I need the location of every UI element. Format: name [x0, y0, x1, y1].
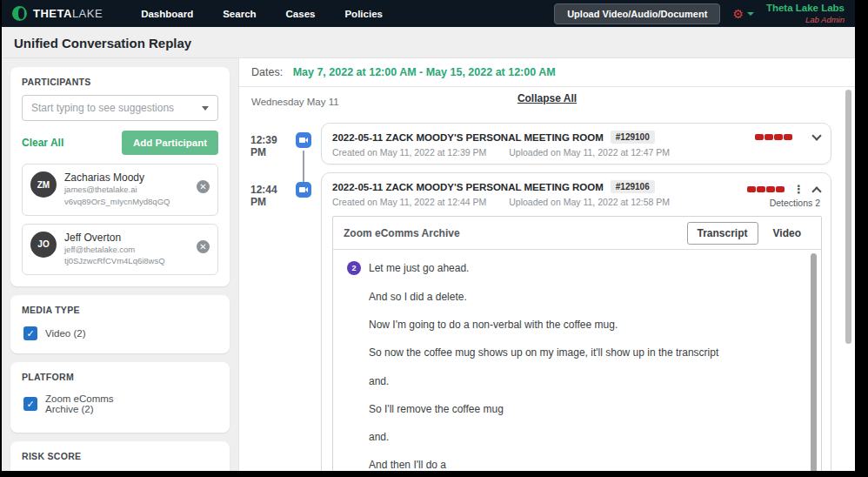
participant-details: Jeff Overton jeff@thetalake.com tj0SJzwc… — [64, 232, 165, 268]
entry-head-right: ⋮ Detections 2 — [747, 180, 820, 208]
entry-id-badge: #129106 — [611, 180, 655, 193]
account-role: Lab Admin — [766, 15, 845, 24]
upload-button[interactable]: Upload Video/Audio/Document — [554, 3, 720, 24]
risk-meter — [755, 134, 792, 140]
conversation-card-header[interactable]: 2022-05-11 ZACK MOODY'S PERSONAL MEETING… — [322, 173, 831, 214]
participant-email: jeff@thetalake.com — [64, 244, 165, 256]
participant-search-placeholder: Start typing to see suggestions — [31, 102, 174, 114]
chevron-down-icon[interactable] — [811, 131, 821, 140]
risk-segment — [757, 186, 765, 192]
media-type-title: MEDIA TYPE — [22, 305, 218, 315]
transcript-text: And then I'll do a — [369, 460, 446, 471]
results-main: Dates: May 7, 2022 at 12:00 AM - May 15,… — [238, 58, 855, 471]
brand-logo[interactable]: THETALAKE — [12, 6, 103, 21]
participants-title: PARTICIPANTS — [22, 77, 218, 87]
transcript-scrollbar[interactable] — [811, 253, 817, 471]
replay-panel: Zoom eComms Archive Transcript Video 2Le… — [332, 216, 822, 471]
participants-card: PARTICIPANTS Start typing to see suggest… — [10, 67, 230, 286]
main-scrollbar[interactable] — [845, 90, 851, 344]
conversation-card-header[interactable]: 2022-05-11 ZACK MOODY'S PERSONAL MEETING… — [322, 124, 831, 164]
page-header: Unified Conversation Replay — [2, 27, 855, 58]
conversation-card: 2022-05-11 ZACK MOODY'S PERSONAL MEETING… — [321, 123, 831, 165]
transcript-line: and. — [347, 432, 795, 443]
tab-transcript[interactable]: Transcript — [687, 222, 758, 245]
transcript-line: and. — [347, 376, 795, 387]
gear-icon: ⚙ — [732, 8, 744, 20]
participant-search-input[interactable]: Start typing to see suggestions — [22, 95, 218, 121]
participant-actions: Clear All Add Participant — [22, 131, 218, 155]
filter-option: ✓ Video (2) — [22, 323, 218, 344]
conversation-card: 2022-05-11 ZACK MOODY'S PERSONAL MEETING… — [321, 172, 831, 471]
app-window: THETALAKE Dashboard Search Cases Policie… — [2, 0, 855, 471]
account-info[interactable]: Theta Lake Labs Lab Admin — [766, 3, 845, 24]
risk-segment — [766, 186, 775, 192]
participant-email: james@thetalake.ai — [64, 184, 170, 196]
filter-label: Zoom eComms Archive (2) — [45, 393, 143, 414]
collapse-all-link[interactable]: Collapse All — [239, 92, 855, 104]
transcript-line: And then I'll do a — [347, 460, 795, 471]
entry-time: 12:39 PM — [250, 123, 296, 158]
risk-segment — [755, 134, 764, 140]
risk-score-title: RISK SCORE — [22, 451, 218, 461]
dates-range[interactable]: May 7, 2022 at 12:00 AM - May 15, 2022 a… — [293, 66, 556, 78]
theta-lake-logo-icon — [12, 6, 27, 21]
brand-name: THETALAKE — [33, 7, 103, 20]
video-icon — [296, 132, 311, 148]
chevron-up-icon[interactable] — [811, 186, 821, 196]
transcript-text: and. — [369, 376, 389, 387]
clear-all-link[interactable]: Clear All — [22, 137, 63, 149]
detections-label[interactable]: Detections 2 — [770, 198, 820, 208]
avatar: JO — [30, 232, 57, 258]
entry-created: Created on May 11, 2022 at 12:39 PM — [332, 147, 486, 158]
replay-panel-header: Zoom eComms Archive Transcript Video — [333, 217, 821, 250]
entry-head-left: 2022-05-11 ZACK MOODY'S PERSONAL MEETING… — [332, 180, 738, 207]
tab-video[interactable]: Video — [764, 223, 811, 244]
transcript-text: So I'll remove the coffee mug — [369, 404, 504, 415]
entry-head-right — [755, 131, 820, 140]
view-tabs: Transcript Video — [687, 222, 811, 245]
participant-details: Zacharias Moody james@thetalake.ai v6vq8… — [64, 171, 170, 208]
risk-segment — [784, 134, 792, 140]
transcript-body[interactable]: 2Let me just go ahead.And so I did a del… — [333, 250, 821, 471]
participant-row: JO Jeff Overton jeff@thetalake.com tj0SJ… — [22, 224, 218, 276]
dates-label: Dates: — [251, 66, 283, 78]
filter-option: ✓ High Risk. (2) — [22, 469, 218, 471]
participant-name: Zacharias Moody — [64, 171, 170, 184]
risk-segment — [765, 134, 773, 140]
nav-right: Upload Video/Audio/Document ⚙ Theta Lake… — [554, 3, 845, 24]
risk-segment — [774, 134, 783, 140]
entry-uploaded: Uploaded on May 11, 2022 at 12:47 PM — [509, 147, 670, 158]
transcript-line: 2Let me just go ahead. — [347, 263, 795, 275]
add-participant-button[interactable]: Add Participant — [122, 131, 218, 155]
checkbox-checked-icon[interactable]: ✓ — [23, 397, 37, 411]
transcript-text: Let me just go ahead. — [369, 263, 469, 274]
transcript-line: So I'll remove the coffee mug — [347, 404, 795, 415]
entry-id-badge: #129100 — [611, 131, 655, 144]
media-type-card: MEDIA TYPE ✓ Video (2) — [10, 295, 230, 353]
conversation-entry: 12:44 PM 2022-05-11 ZACK MOODY'S PERSONA… — [239, 172, 855, 471]
nav-item-search[interactable]: Search — [223, 9, 256, 19]
transcript-line: And so I did a delete. — [347, 292, 795, 303]
remove-participant-icon[interactable]: ✕ — [197, 180, 210, 193]
checkbox-checked-icon[interactable]: ✓ — [23, 326, 37, 340]
risk-segment — [747, 186, 756, 192]
entry-title: 2022-05-11 ZACK MOODY'S PERSONAL MEETING… — [332, 182, 604, 192]
settings-menu[interactable]: ⚙ — [732, 8, 754, 20]
conversation-entry: 12:39 PM 2022-05-11 ZACK MOODY'S PERSONA… — [239, 123, 855, 165]
participant-name: Jeff Overton — [64, 232, 165, 244]
nav-item-policies[interactable]: Policies — [344, 9, 382, 19]
transcript-text: Now I'm going to do a non-verbal with th… — [369, 319, 618, 331]
platform-title: PLATFORM — [22, 372, 218, 382]
entry-head-left: 2022-05-11 ZACK MOODY'S PERSONAL MEETING… — [332, 131, 746, 158]
chevron-down-icon — [747, 12, 754, 16]
entry-title: 2022-05-11 ZACK MOODY'S PERSONAL MEETING… — [332, 132, 604, 143]
entry-time: 12:44 PM — [250, 172, 296, 208]
remove-participant-icon[interactable]: ✕ — [197, 240, 210, 253]
transcript-line: So now the coffee mug shows up on my ima… — [347, 347, 795, 359]
kebab-menu-icon[interactable]: ⋮ — [793, 184, 805, 195]
nav-item-cases[interactable]: Cases — [286, 9, 316, 19]
nav-item-dashboard[interactable]: Dashboard — [141, 9, 193, 19]
filters-sidebar: PARTICIPANTS Start typing to see suggest… — [2, 58, 238, 471]
screenshot-frame: THETALAKE Dashboard Search Cases Policie… — [0, 0, 868, 477]
participant-id: tj0SJzwcRfCVm4Lq6i8wsQ — [64, 255, 165, 267]
